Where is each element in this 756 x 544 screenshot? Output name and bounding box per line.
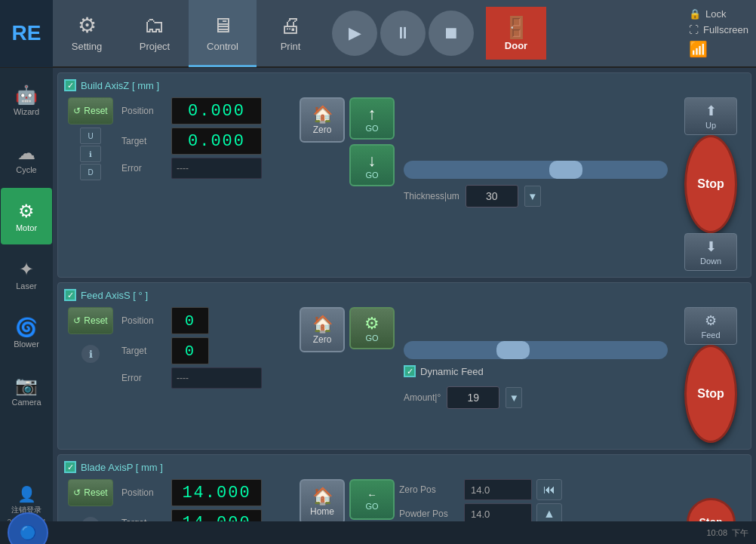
- slider-feed[interactable]: [404, 341, 668, 359]
- position-row-feed: Position 0: [121, 307, 295, 334]
- thickness-input[interactable]: [466, 185, 518, 207]
- bottom-right: 10:08 下午: [706, 527, 748, 539]
- go-left-label-blade: GO: [365, 502, 378, 511]
- stop-feed-label: Stop: [697, 387, 724, 401]
- bottom-time-label: 下午: [732, 527, 748, 539]
- door-label: Door: [505, 40, 527, 51]
- error-label-feed: Error: [121, 373, 167, 383]
- home-blade-button[interactable]: 🏠 Home: [300, 479, 345, 524]
- wifi-icon: 📶: [689, 40, 708, 58]
- play-button[interactable]: ▶: [332, 11, 377, 56]
- sidebar-laser-label: Laser: [16, 281, 37, 290]
- go-feed-button[interactable]: ⚙ GO: [349, 307, 395, 349]
- zero-build-icon: 🏠: [312, 105, 333, 124]
- zero-feed-icon: 🏠: [312, 315, 333, 334]
- zero-build-button[interactable]: 🏠 Zero: [300, 97, 345, 143]
- slider-thumb-feed: [496, 341, 530, 359]
- up-small-button-build[interactable]: U: [80, 128, 101, 144]
- zero-feed-button[interactable]: 🏠 Zero: [300, 307, 345, 352]
- slider-area-build: Thickness|um ▼: [399, 97, 672, 271]
- sidebar-item-camera[interactable]: 📷 Camera: [1, 362, 52, 419]
- dynamic-feed-row: ✓ Dynamic Feed: [404, 365, 668, 377]
- bottom-bar: 🔵 10:08 下午: [0, 521, 756, 544]
- top-bar: RE ⚙ Setting 🗂 Project 🖥 Control 🖨 Print…: [0, 0, 756, 68]
- axis-blade-checkbox[interactable]: ✓: [64, 461, 76, 473]
- target-label-feed: Target: [121, 346, 167, 356]
- gear-feed-icon: ⚙: [364, 314, 380, 333]
- bottom-time: 10:08: [706, 528, 727, 537]
- axis-feed-body: ↺ Reset ℹ Position 0 Target 0: [64, 307, 745, 443]
- thickness-stepper[interactable]: ▼: [524, 186, 541, 207]
- reset-build-icon: ↺: [73, 106, 81, 116]
- amount-input[interactable]: [447, 386, 499, 409]
- left-sidebar: 🤖 Wizard ☁ Cycle ⚙ Motor ✦ Laser 🌀 Blowe…: [0, 68, 53, 544]
- stop-feed-button[interactable]: Stop: [684, 345, 737, 443]
- axis-build-body: ↺ Reset U ℹ D Position 0.000: [64, 97, 745, 271]
- stop-transport-button[interactable]: ⏹: [429, 11, 474, 56]
- door-button[interactable]: 🚪 Door: [486, 7, 546, 60]
- app-circle-button[interactable]: 🔵: [8, 512, 48, 544]
- info-feed-button[interactable]: ℹ: [81, 345, 100, 363]
- target-label-build: Target: [121, 136, 167, 146]
- position-label-build: Position: [121, 106, 167, 116]
- down-action-button[interactable]: ⬇ Down: [684, 233, 737, 271]
- fullscreen-control[interactable]: ⛶ Fullscreen: [689, 24, 748, 35]
- fullscreen-label: Fullscreen: [703, 24, 748, 35]
- door-icon: 🚪: [503, 15, 530, 40]
- down-small-button-build[interactable]: D: [80, 164, 101, 180]
- dynamic-feed-checkbox[interactable]: ✓: [404, 365, 416, 377]
- amount-stepper[interactable]: ▼: [506, 387, 522, 408]
- reset-feed-label: Reset: [84, 315, 107, 326]
- go-up-build-button[interactable]: ↑ GO: [349, 97, 395, 140]
- nav-print-label: Print: [281, 41, 301, 52]
- app-logo: RE: [0, 0, 53, 67]
- wizard-icon: 🤖: [15, 85, 38, 106]
- axis-feed-checkbox[interactable]: ✓: [64, 289, 76, 301]
- sidebar-item-wizard[interactable]: 🤖 Wizard: [1, 72, 52, 128]
- lock-control[interactable]: 🔒 Lock: [689, 8, 726, 20]
- camera-icon: 📷: [15, 375, 38, 396]
- go-down-build-button[interactable]: ↓ GO: [349, 144, 395, 186]
- stop-build-button[interactable]: Stop: [684, 135, 737, 233]
- zero-pos-back-button[interactable]: ⏮: [536, 479, 562, 500]
- sidebar-wizard-label: Wizard: [14, 107, 39, 116]
- go-left-blade-button[interactable]: ← GO: [349, 479, 395, 520]
- axis-feed-panel: ✓ Feed AxisS [ ° ] ↺ Reset ℹ Position 0: [57, 282, 751, 450]
- axis-blade-header: ✓ Blade AxisP [ mm ]: [64, 461, 745, 473]
- reset-blade-label: Reset: [84, 487, 107, 498]
- nav-setting[interactable]: ⚙ Setting: [53, 0, 121, 67]
- axis-blade-title: Blade AxisP [ mm ]: [81, 462, 163, 473]
- zero-go-build: 🏠 Zero: [300, 97, 345, 271]
- powder-pos-label: Powder Pos: [399, 509, 459, 519]
- up-action-button[interactable]: ⬆ Up: [684, 97, 737, 135]
- target-row-feed: Target 0: [121, 337, 295, 364]
- reset-build-button[interactable]: ↺ Reset: [68, 97, 113, 124]
- sidebar-item-blower[interactable]: 🌀 Blower: [1, 304, 52, 361]
- pause-button[interactable]: ⏸: [380, 11, 426, 56]
- left-arrow-icon-blade: ←: [367, 489, 376, 500]
- sidebar-item-laser[interactable]: ✦ Laser: [1, 246, 52, 303]
- position-display-blade: 14.000: [171, 479, 262, 506]
- info-build-button[interactable]: ℹ: [80, 146, 101, 162]
- zero-feed-label: Zero: [313, 334, 332, 345]
- sidebar-cycle-label: Cycle: [16, 165, 37, 174]
- axis-build-title: Build AxisZ [ mm ]: [81, 80, 159, 91]
- zero-feed-panel: 🏠 Zero: [300, 307, 345, 443]
- nav-control[interactable]: 🖥 Control: [189, 0, 257, 67]
- nav-control-label: Control: [207, 41, 238, 52]
- reset-feed-button[interactable]: ↺ Reset: [68, 307, 113, 334]
- feed-action-button[interactable]: ⚙ Feed: [684, 307, 737, 345]
- nav-project-label: Project: [140, 41, 170, 52]
- error-display-build: ----: [171, 158, 262, 179]
- nav-project[interactable]: 🗂 Project: [121, 0, 189, 67]
- reset-blade-icon: ↺: [73, 487, 81, 498]
- nav-print[interactable]: 🖨 Print: [257, 0, 324, 67]
- slider-build[interactable]: [404, 161, 668, 179]
- axis-build-checkbox[interactable]: ✓: [64, 79, 76, 91]
- sidebar-item-motor[interactable]: ⚙ Motor: [1, 188, 52, 244]
- axis-feed-header: ✓ Feed AxisS [ ° ]: [64, 289, 745, 301]
- up-action-label: Up: [705, 121, 716, 130]
- sidebar-item-cycle[interactable]: ☁ Cycle: [1, 130, 52, 186]
- thickness-row: Thickness|um ▼: [404, 185, 668, 207]
- reset-blade-button[interactable]: ↺ Reset: [68, 479, 113, 506]
